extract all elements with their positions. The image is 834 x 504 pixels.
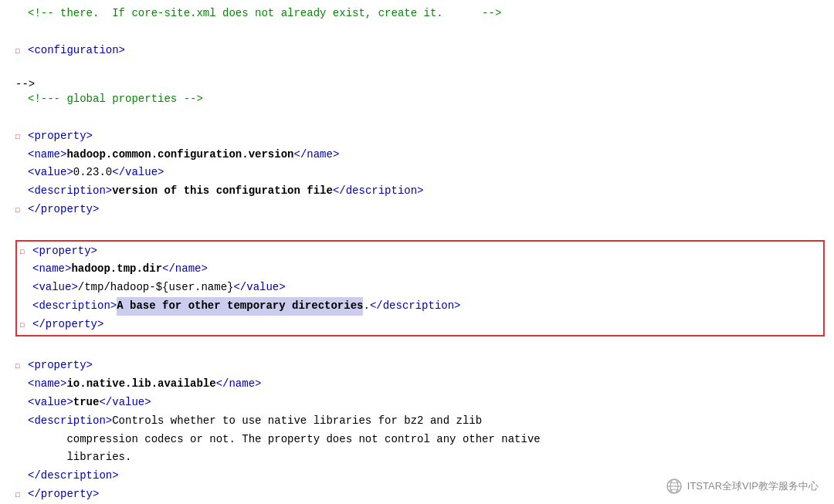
code-line-comment1: <!-- there. If core-site.xml does not al… <box>15 5 825 23</box>
blank-4 <box>15 219 825 238</box>
blank-1 <box>15 23 825 42</box>
prop3-desc-line1: <description>Controls whether to use nat… <box>15 412 825 431</box>
property1-open: □ <property> <box>15 127 825 146</box>
prop1-desc-value: version of this configuration file <box>112 182 333 201</box>
tag-property1-open: <property> <box>28 127 93 146</box>
comment-global: <!--- global properties --> <box>15 90 825 109</box>
marker-empty <box>15 7 28 22</box>
prop2-value-line: <value>/tmp/hadoop-${user.name}</value> <box>20 279 820 297</box>
marker-sq-prop1-close: □ <box>15 205 28 217</box>
tag-property3-open: <property> <box>28 357 93 375</box>
prop1-value-value: 0.23.0 <box>73 164 112 182</box>
watermark-text: ITSTAR全球VIP教学服务中心 <box>687 479 819 493</box>
prop1-desc-line: <description>version of this configurati… <box>15 182 825 201</box>
blank-5 <box>15 339 825 357</box>
marker-sq-prop2: □ <box>20 247 32 259</box>
prop2-name-line: <name>hadoop.tmp.dir</name> <box>20 260 820 279</box>
prop3-name-line: <name>io.native.lib.available</name> <box>15 375 825 394</box>
property2-block: □ <property> <name>hadoop.tmp.dir</name>… <box>15 240 825 337</box>
tag-property2-close: </property> <box>32 316 103 334</box>
prop3-value-value: true <box>73 394 100 412</box>
tag-property3-close: </property> <box>28 485 99 504</box>
prop2-desc-highlighted: A base for other temporary directories <box>117 297 363 316</box>
marker-sq-prop3-close: □ <box>15 490 28 502</box>
watermark: ITSTAR全球VIP教学服务中心 <box>666 478 819 495</box>
blank-3 <box>15 109 825 127</box>
global-properties-comment: <!--- global properties --> <box>28 90 203 109</box>
prop3-desc-line3: libraries. <box>15 448 825 467</box>
prop1-value-line: <value>0.23.0</value> <box>15 164 825 182</box>
marker-sq-prop2-close: □ <box>20 320 32 332</box>
prop3-desc-text3: libraries. <box>28 448 131 467</box>
configuration-open: □ <configuration> <box>15 42 825 60</box>
prop3-value-line: <value>true</value> <box>15 394 825 412</box>
tag-property2-open: <property> <box>32 242 97 261</box>
comment-text-1: <!-- there. If core-site.xml does not al… <box>28 5 501 23</box>
property3-open: □ <property> <box>15 357 825 375</box>
property2-close: □ </property> <box>20 316 820 334</box>
prop3-name-value: io.native.lib.available <box>66 375 215 394</box>
prop2-desc-line: <description>A base for other temporary … <box>20 297 820 316</box>
prop3-desc-line2: compression codecs or not. The property … <box>15 431 825 449</box>
prop2-value-value: /tmp/hadoop-${user.name} <box>78 279 234 297</box>
tag-configuration-open: <configuration> <box>28 42 125 60</box>
marker-sq-prop1: □ <box>15 132 28 144</box>
code-editor: <!-- there. If core-site.xml does not al… <box>0 0 834 504</box>
prop2-name-value: hadoop.tmp.dir <box>71 260 162 279</box>
marker-sq-config: □ <box>15 46 28 58</box>
blank-2 <box>15 59 825 78</box>
prop1-name-line: <name>hadoop.common.configuration.versio… <box>15 146 825 164</box>
prop3-desc-text2: compression codecs or not. The property … <box>28 431 541 449</box>
prop3-desc-text1: Controls whether to use native libraries… <box>112 412 482 431</box>
marker-sq-prop3: □ <box>15 361 28 373</box>
property2-open: □ <property> <box>20 242 820 261</box>
watermark-icon <box>666 478 683 495</box>
tag-property1-close: </property> <box>28 201 99 219</box>
property1-close: □ </property> <box>15 201 825 219</box>
prop1-name-value: hadoop.common.configuration.version <box>66 146 293 164</box>
